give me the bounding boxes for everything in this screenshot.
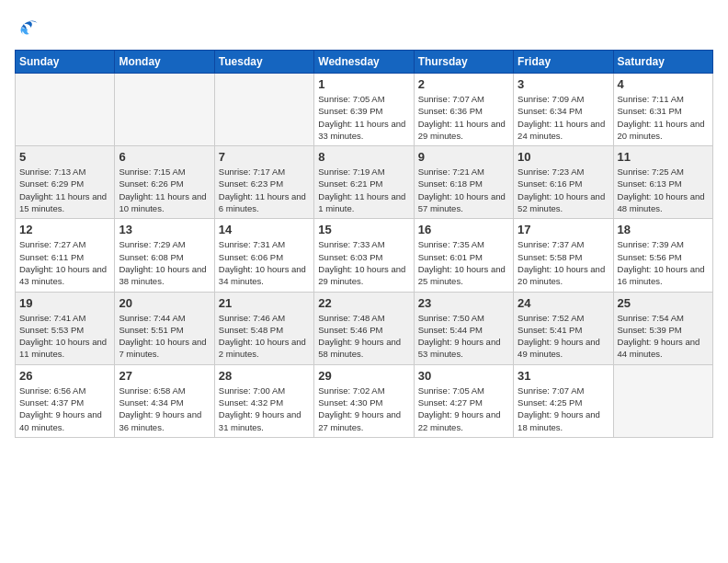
header-saturday: Saturday (613, 51, 712, 74)
day-info: Sunrise: 7:11 AM Sunset: 6:31 PM Dayligh… (618, 93, 709, 142)
day-info: Sunrise: 6:56 AM Sunset: 4:37 PM Dayligh… (19, 385, 110, 433)
logo-icon (15, 15, 40, 40)
day-cell: 22Sunrise: 7:48 AM Sunset: 5:46 PM Dayli… (314, 292, 414, 364)
day-cell: 2Sunrise: 7:07 AM Sunset: 6:36 PM Daylig… (414, 74, 513, 146)
day-info: Sunrise: 7:17 AM Sunset: 6:23 PM Dayligh… (219, 166, 310, 214)
day-number: 21 (219, 296, 310, 310)
day-info: Sunrise: 7:46 AM Sunset: 5:48 PM Dayligh… (219, 312, 310, 361)
day-number: 20 (119, 296, 210, 310)
day-number: 29 (318, 369, 409, 383)
day-cell: 9Sunrise: 7:21 AM Sunset: 6:18 PM Daylig… (414, 146, 513, 219)
day-cell: 24Sunrise: 7:52 AM Sunset: 5:41 PM Dayli… (514, 292, 613, 364)
week-row-2: 12Sunrise: 7:27 AM Sunset: 6:11 PM Dayli… (16, 219, 713, 292)
day-cell: 13Sunrise: 7:29 AM Sunset: 6:08 PM Dayli… (115, 219, 214, 292)
day-cell: 18Sunrise: 7:39 AM Sunset: 5:56 PM Dayli… (613, 219, 712, 292)
day-number: 11 (618, 150, 709, 164)
header-thursday: Thursday (414, 51, 513, 74)
day-cell: 19Sunrise: 7:41 AM Sunset: 5:53 PM Dayli… (16, 292, 115, 364)
day-number: 8 (318, 150, 409, 164)
day-info: Sunrise: 7:15 AM Sunset: 6:26 PM Dayligh… (119, 166, 210, 214)
day-cell: 5Sunrise: 7:13 AM Sunset: 6:29 PM Daylig… (16, 146, 115, 219)
week-row-0: 1Sunrise: 7:05 AM Sunset: 6:39 PM Daylig… (16, 74, 713, 146)
header-monday: Monday (115, 51, 214, 74)
day-number: 28 (219, 369, 310, 383)
day-info: Sunrise: 7:13 AM Sunset: 6:29 PM Dayligh… (19, 166, 110, 214)
day-info: Sunrise: 7:29 AM Sunset: 6:08 PM Dayligh… (119, 238, 210, 287)
header-tuesday: Tuesday (214, 51, 313, 74)
day-cell: 26Sunrise: 6:56 AM Sunset: 4:37 PM Dayli… (16, 364, 115, 437)
day-info: Sunrise: 6:58 AM Sunset: 4:34 PM Dayligh… (119, 385, 210, 433)
page-container: SundayMondayTuesdayWednesdayThursdayFrid… (0, 0, 728, 447)
header-wednesday: Wednesday (314, 51, 414, 74)
day-number: 10 (518, 150, 609, 164)
header-row-days: SundayMondayTuesdayWednesdayThursdayFrid… (16, 51, 713, 74)
day-info: Sunrise: 7:37 AM Sunset: 5:58 PM Dayligh… (518, 238, 609, 287)
day-cell: 15Sunrise: 7:33 AM Sunset: 6:03 PM Dayli… (314, 219, 414, 292)
day-cell: 10Sunrise: 7:23 AM Sunset: 6:16 PM Dayli… (514, 146, 613, 219)
day-number: 7 (219, 150, 310, 164)
day-info: Sunrise: 7:07 AM Sunset: 4:25 PM Dayligh… (518, 385, 609, 433)
day-info: Sunrise: 7:31 AM Sunset: 6:06 PM Dayligh… (219, 238, 310, 287)
day-info: Sunrise: 7:21 AM Sunset: 6:18 PM Dayligh… (418, 166, 509, 214)
day-cell: 8Sunrise: 7:19 AM Sunset: 6:21 PM Daylig… (314, 146, 414, 219)
day-number: 1 (318, 77, 409, 91)
day-number: 14 (219, 223, 310, 236)
day-info: Sunrise: 7:07 AM Sunset: 6:36 PM Dayligh… (418, 93, 509, 142)
day-cell: 21Sunrise: 7:46 AM Sunset: 5:48 PM Dayli… (214, 292, 313, 364)
calendar: SundayMondayTuesdayWednesdayThursdayFrid… (15, 50, 713, 438)
header-row (15, 15, 713, 40)
day-number: 9 (418, 150, 509, 164)
day-number: 22 (318, 296, 409, 310)
day-number: 31 (518, 369, 609, 383)
day-info: Sunrise: 7:23 AM Sunset: 6:16 PM Dayligh… (518, 166, 609, 214)
day-cell: 31Sunrise: 7:07 AM Sunset: 4:25 PM Dayli… (514, 364, 613, 437)
day-cell: 30Sunrise: 7:05 AM Sunset: 4:27 PM Dayli… (414, 364, 513, 437)
day-info: Sunrise: 7:52 AM Sunset: 5:41 PM Dayligh… (518, 312, 609, 361)
day-cell: 6Sunrise: 7:15 AM Sunset: 6:26 PM Daylig… (115, 146, 214, 219)
day-number: 17 (518, 223, 609, 236)
day-cell: 3Sunrise: 7:09 AM Sunset: 6:34 PM Daylig… (514, 74, 613, 146)
day-cell (214, 74, 313, 146)
day-info: Sunrise: 7:48 AM Sunset: 5:46 PM Dayligh… (318, 312, 409, 361)
logo (15, 15, 44, 40)
day-number: 24 (518, 296, 609, 310)
day-number: 16 (418, 223, 509, 236)
day-info: Sunrise: 7:41 AM Sunset: 5:53 PM Dayligh… (19, 312, 110, 361)
day-number: 5 (19, 150, 110, 164)
day-cell: 11Sunrise: 7:25 AM Sunset: 6:13 PM Dayli… (613, 146, 712, 219)
day-number: 3 (518, 77, 609, 91)
day-info: Sunrise: 7:33 AM Sunset: 6:03 PM Dayligh… (318, 238, 409, 287)
week-row-1: 5Sunrise: 7:13 AM Sunset: 6:29 PM Daylig… (16, 146, 713, 219)
day-number: 27 (119, 369, 210, 383)
day-info: Sunrise: 7:19 AM Sunset: 6:21 PM Dayligh… (318, 166, 409, 214)
day-cell: 20Sunrise: 7:44 AM Sunset: 5:51 PM Dayli… (115, 292, 214, 364)
day-number: 19 (19, 296, 110, 310)
day-cell (613, 364, 712, 437)
day-info: Sunrise: 7:25 AM Sunset: 6:13 PM Dayligh… (618, 166, 709, 214)
day-cell: 25Sunrise: 7:54 AM Sunset: 5:39 PM Dayli… (613, 292, 712, 364)
day-cell: 29Sunrise: 7:02 AM Sunset: 4:30 PM Dayli… (314, 364, 414, 437)
day-info: Sunrise: 7:02 AM Sunset: 4:30 PM Dayligh… (318, 385, 409, 433)
day-number: 4 (618, 77, 709, 91)
day-info: Sunrise: 7:39 AM Sunset: 5:56 PM Dayligh… (618, 238, 709, 287)
day-cell (115, 74, 214, 146)
day-cell: 28Sunrise: 7:00 AM Sunset: 4:32 PM Dayli… (214, 364, 313, 437)
day-cell: 14Sunrise: 7:31 AM Sunset: 6:06 PM Dayli… (214, 219, 313, 292)
day-cell: 17Sunrise: 7:37 AM Sunset: 5:58 PM Dayli… (514, 219, 613, 292)
day-cell: 12Sunrise: 7:27 AM Sunset: 6:11 PM Dayli… (16, 219, 115, 292)
day-info: Sunrise: 7:05 AM Sunset: 4:27 PM Dayligh… (418, 385, 509, 433)
week-row-3: 19Sunrise: 7:41 AM Sunset: 5:53 PM Dayli… (16, 292, 713, 364)
day-cell: 4Sunrise: 7:11 AM Sunset: 6:31 PM Daylig… (613, 74, 712, 146)
week-row-4: 26Sunrise: 6:56 AM Sunset: 4:37 PM Dayli… (16, 364, 713, 437)
day-number: 26 (19, 369, 110, 383)
day-number: 13 (119, 223, 210, 236)
day-number: 30 (418, 369, 509, 383)
day-number: 23 (418, 296, 509, 310)
day-cell: 16Sunrise: 7:35 AM Sunset: 6:01 PM Dayli… (414, 219, 513, 292)
day-number: 2 (418, 77, 509, 91)
day-cell: 1Sunrise: 7:05 AM Sunset: 6:39 PM Daylig… (314, 74, 414, 146)
day-info: Sunrise: 7:27 AM Sunset: 6:11 PM Dayligh… (19, 238, 110, 287)
day-info: Sunrise: 7:05 AM Sunset: 6:39 PM Dayligh… (318, 93, 409, 142)
day-number: 12 (19, 223, 110, 236)
day-number: 18 (618, 223, 709, 236)
